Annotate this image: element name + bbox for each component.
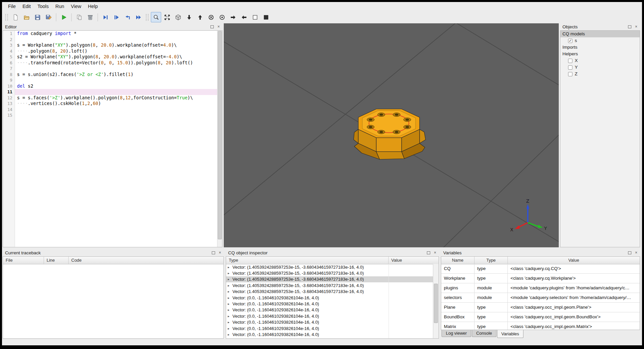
save-button[interactable] (32, 12, 43, 22)
table-row[interactable]: BoundBoxtype<class 'cadquery.occ_impl.ge… (441, 312, 640, 322)
cq-model[interactable] (354, 109, 426, 159)
expand-arrow-icon[interactable]: ▸ (228, 296, 232, 300)
close-panel-icon[interactable]: × (433, 250, 438, 255)
right-view-button[interactable] (228, 12, 238, 22)
code-line[interactable]: from cadquery import * (15, 31, 217, 37)
debug-step-into-button[interactable] (111, 12, 122, 22)
tab-variables[interactable]: Variables (497, 330, 523, 338)
left-view-button[interactable] (239, 12, 249, 22)
expand-arrow-icon[interactable]: ▸ (228, 284, 232, 287)
debug-step-button[interactable] (100, 12, 111, 22)
table-row[interactable]: selectorsmodule<module 'cadquery.selecto… (441, 293, 640, 303)
column-header-line[interactable]: Line (44, 257, 69, 264)
scrollbar-handle[interactable] (434, 284, 438, 323)
code-line[interactable]: s2 = Workplane("XY").polygon(8, 20.0).wo… (15, 54, 217, 60)
debug-continue-button[interactable] (133, 12, 144, 22)
inspector-row[interactable]: ▸Vector: (0.0, -1.1604610293826104e-16, … (226, 331, 433, 337)
table-row[interactable]: CQtype<class 'cadquery.cq.CQ'> (441, 264, 640, 274)
expand-arrow-icon[interactable]: ▸ (228, 327, 232, 330)
close-panel-icon[interactable]: × (217, 250, 222, 255)
tab-console[interactable]: Console (472, 330, 496, 337)
code-line[interactable]: s = Workplane("XY").polygon(8, 20.0).wor… (15, 42, 217, 48)
iso-view-button[interactable] (173, 12, 183, 22)
float-panel-icon[interactable] (211, 250, 216, 255)
back-view-button[interactable] (217, 12, 227, 22)
inspector-row[interactable]: ▸Vector: (1.4053924288597253e-15, -3.680… (226, 276, 433, 282)
column-header-code[interactable]: Code (69, 257, 223, 264)
expand-arrow-icon[interactable]: ▸ (228, 333, 232, 336)
float-panel-icon[interactable] (426, 250, 431, 255)
expand-arrow-icon[interactable]: ▸ (228, 277, 232, 281)
expand-arrow-icon[interactable]: ▸ (228, 308, 232, 312)
open-file-button[interactable] (21, 12, 32, 22)
top-view-button[interactable] (184, 12, 194, 22)
expand-arrow-icon[interactable]: ▸ (228, 290, 232, 293)
code-line[interactable] (15, 107, 217, 113)
expand-arrow-icon[interactable]: ▸ (228, 314, 232, 318)
code-line[interactable]: ····.transformed(rotate=Vector(0, 0, 15.… (15, 60, 217, 66)
delete-button[interactable] (85, 12, 95, 22)
3d-viewport[interactable]: Z X Y (224, 23, 559, 247)
render-button[interactable] (59, 12, 69, 22)
inspector-row[interactable]: ▸Vector: (1.4053924288597253e-15, -3.680… (226, 282, 433, 288)
code-line[interactable]: del s2 (15, 83, 217, 89)
inspector-row[interactable]: ▸Vector: (0.0, -1.1604610293826104e-16, … (226, 307, 433, 313)
expand-arrow-icon[interactable]: ▸ (228, 271, 232, 275)
inspector-row[interactable]: ▸Vector: (1.4053924288597253e-15, -3.680… (226, 264, 433, 270)
front-view-button[interactable] (206, 12, 216, 22)
inspector-row[interactable]: ▸Vector: (1.4053924288597253e-15, -3.680… (226, 289, 433, 295)
table-row[interactable]: pluginsmodule<module 'cadquery.plugins' … (441, 283, 640, 293)
checkbox-x[interactable] (568, 59, 572, 63)
checkbox-y[interactable] (568, 65, 572, 70)
code-area[interactable]: from cadquery import *s = Workplane("XY"… (15, 31, 217, 247)
menu-file[interactable]: File (5, 2, 19, 11)
tree-group-imports[interactable]: Imports (560, 44, 640, 51)
code-line[interactable]: ····.polygon(8, 20).loft() (15, 48, 217, 54)
column-header-value[interactable]: Value (389, 257, 439, 264)
inspector-row[interactable]: ▸Vector: (0.0, -1.1604610293826104e-16, … (226, 295, 433, 301)
copy-button[interactable] (74, 12, 84, 22)
code-line[interactable] (15, 66, 217, 72)
column-header-type[interactable]: Type (475, 257, 508, 264)
tree-item-s[interactable]: ✓s (560, 37, 640, 44)
tree-item-x[interactable]: X (560, 57, 640, 64)
wireframe-mode-button[interactable] (250, 12, 260, 22)
column-header-value[interactable]: Value (508, 257, 640, 264)
table-row[interactable]: Matrixtype<class 'cadquery.occ_impl.geom… (441, 322, 640, 330)
inspector-row[interactable]: ▸Vector: (1.4053924288597253e-15, -3.680… (226, 270, 433, 276)
checkbox-s[interactable]: ✓ (568, 39, 572, 43)
tab-log-viewer[interactable]: Log viewer (442, 330, 471, 337)
shaded-mode-button[interactable] (261, 12, 271, 22)
close-panel-icon[interactable]: × (634, 24, 639, 29)
fit-all-button[interactable] (162, 12, 172, 22)
close-panel-icon[interactable]: × (216, 24, 221, 29)
menu-tools[interactable]: Tools (34, 2, 52, 11)
inspector-scrollbar[interactable] (433, 264, 439, 338)
code-line[interactable] (15, 77, 217, 83)
close-panel-icon[interactable]: × (634, 250, 639, 255)
code-line[interactable]: ····.vertices().cskHole(1,2,60) (15, 101, 217, 107)
inspector-row[interactable]: ▸Vector: (0.0, -1.1604610293826104e-16, … (226, 319, 433, 325)
checkbox-z[interactable] (568, 72, 572, 76)
toolbar-drag-handle[interactable] (5, 14, 8, 21)
inspector-row[interactable]: ▸Vector: (0.0, -1.1604610293826104e-16, … (226, 313, 433, 319)
viewport-canvas[interactable]: Z X Y (224, 23, 559, 247)
editor-scrollbar[interactable] (217, 31, 222, 247)
tree-group-cq-models[interactable]: CQ models (560, 31, 640, 37)
new-file-button[interactable] (10, 12, 21, 22)
float-panel-icon[interactable] (627, 250, 632, 255)
code-line[interactable] (15, 112, 217, 118)
tree-group-helpers[interactable]: Helpers (560, 51, 640, 57)
code-line[interactable] (15, 89, 217, 95)
table-row[interactable]: Planetype<class 'cadquery.occ_impl.geom.… (441, 303, 640, 312)
tree-item-z[interactable]: Z (560, 71, 640, 77)
column-header-type[interactable]: Type (226, 257, 389, 264)
scrollbar-handle[interactable] (218, 31, 222, 239)
expand-arrow-icon[interactable]: ▸ (228, 302, 232, 306)
expand-arrow-icon[interactable]: ▸ (228, 320, 232, 324)
inspector-row[interactable]: ▸Vector: (0.0, -1.1604610293826104e-16, … (226, 325, 433, 331)
table-row[interactable]: Workplanetype<class 'cadquery.cq.Workpla… (441, 274, 640, 283)
zoom-to-fit-button[interactable] (151, 12, 161, 22)
code-line[interactable]: s = s.union(s2).faces('>Z or <Z').fillet… (15, 72, 217, 78)
bottom-view-button[interactable] (195, 12, 205, 22)
